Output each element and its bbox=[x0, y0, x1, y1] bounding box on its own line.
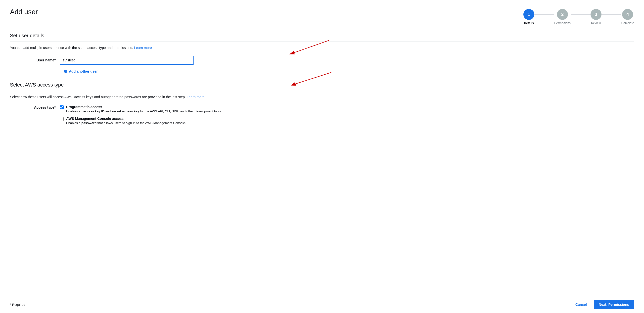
add-another-user-button[interactable]: ⊕ Add another user bbox=[64, 68, 98, 74]
step-3: 3 Review bbox=[590, 9, 602, 25]
main-content: Set user details You can add multiple us… bbox=[10, 33, 634, 125]
stepper: 1 Details 2 Permissions 3 Review 4 Compl… bbox=[524, 8, 634, 25]
set-user-details-title: Set user details bbox=[10, 33, 634, 42]
page-footer: * Required Cancel Next: Permissions bbox=[0, 296, 644, 313]
step-circle-4: 4 bbox=[622, 9, 633, 20]
set-user-details-section: Set user details You can add multiple us… bbox=[10, 33, 634, 74]
username-input[interactable] bbox=[60, 56, 194, 65]
step-label-1: Details bbox=[524, 22, 534, 25]
required-note: * Required bbox=[10, 303, 25, 306]
page-title: Add user bbox=[10, 8, 38, 16]
cancel-button[interactable]: Cancel bbox=[572, 300, 591, 309]
set-user-details-learn-more[interactable]: Learn more bbox=[134, 46, 152, 50]
access-type-row: Access type* Programmatic access Enables… bbox=[10, 105, 634, 125]
aws-access-type-desc: Select how these users will access AWS. … bbox=[10, 95, 634, 99]
programmatic-access-title: Programmatic access bbox=[66, 105, 222, 109]
username-label: User name* bbox=[10, 58, 60, 62]
step-connector-2-3 bbox=[571, 14, 590, 15]
access-options: Programmatic access Enables an access ke… bbox=[60, 105, 222, 125]
step-connector-3-4 bbox=[602, 14, 621, 15]
username-input-wrap bbox=[60, 56, 194, 65]
step-connector-1-2 bbox=[534, 14, 554, 15]
set-user-details-desc: You can add multiple users at once with … bbox=[10, 46, 634, 50]
programmatic-access-checkbox[interactable] bbox=[60, 106, 64, 110]
plus-icon: ⊕ bbox=[64, 68, 68, 74]
step-circle-1: 1 bbox=[524, 9, 534, 20]
footer-buttons: Cancel Next: Permissions bbox=[572, 300, 634, 309]
next-permissions-button[interactable]: Next: Permissions bbox=[594, 300, 634, 309]
step-label-3: Review bbox=[591, 22, 601, 25]
step-2: 2 Permissions bbox=[554, 9, 570, 25]
console-access-option: AWS Management Console access Enables a … bbox=[60, 116, 222, 125]
step-label-4: Complete bbox=[621, 22, 634, 25]
step-1: 1 Details bbox=[524, 9, 534, 25]
console-access-checkbox[interactable] bbox=[60, 117, 64, 121]
step-circle-3: 3 bbox=[590, 9, 602, 20]
programmatic-access-option: Programmatic access Enables an access ke… bbox=[60, 105, 222, 113]
step-label-2: Permissions bbox=[554, 22, 570, 25]
programmatic-access-text: Programmatic access Enables an access ke… bbox=[66, 105, 222, 113]
console-access-desc: Enables a password that allows users to … bbox=[66, 121, 186, 125]
aws-access-type-title: Select AWS access type bbox=[10, 82, 634, 91]
programmatic-access-desc: Enables an access key ID and secret acce… bbox=[66, 110, 222, 113]
step-4: 4 Complete bbox=[621, 9, 634, 25]
add-another-user-label: Add another user bbox=[69, 69, 98, 73]
access-type-label: Access type* bbox=[10, 105, 60, 110]
username-row: User name* bbox=[10, 56, 634, 65]
step-circle-2: 2 bbox=[557, 9, 568, 20]
aws-access-type-section: Select AWS access type Select how these … bbox=[10, 82, 634, 125]
console-access-text: AWS Management Console access Enables a … bbox=[66, 116, 186, 125]
aws-access-type-learn-more[interactable]: Learn more bbox=[187, 95, 205, 99]
console-access-title: AWS Management Console access bbox=[66, 116, 186, 120]
